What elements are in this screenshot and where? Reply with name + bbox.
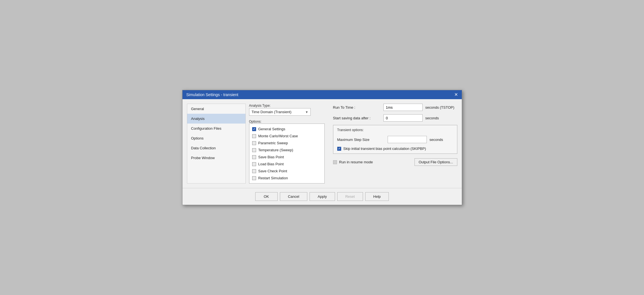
analysis-type-select[interactable]: Time Domain (Transient) [249,108,311,116]
skipbp-row: Skip initial transient bias point calcul… [337,147,453,151]
max-step-size-unit: seconds [430,138,443,142]
resume-left: Run in resume mode [333,160,373,164]
checkbox-resume[interactable] [333,160,337,164]
option-label-save-bias-point: Save Bias Point [258,155,284,159]
main-content: Analysis Type: Time Domain (Transient) ▼… [249,104,457,183]
option-parametric-sweep: Parametric Sweep [249,140,324,147]
sidebar-item-data-collection[interactable]: Data Collection [187,143,245,153]
help-button[interactable]: Help [365,192,389,201]
transient-options-label: Transient options: [337,128,453,132]
cancel-button[interactable]: Cancel [280,192,307,201]
resume-row: Run in resume mode Output File Options..… [333,158,457,166]
simulation-settings-dialog: Simulation Settings - transient ✕ Genera… [182,90,462,205]
checkbox-skipbp[interactable] [337,147,341,151]
option-save-bias-point: Save Bias Point [249,154,324,161]
checkbox-load-bias-point[interactable] [252,162,256,166]
option-general-settings: General Settings [249,126,324,133]
start-saving-label: Start saving data after : [333,116,381,120]
run-to-time-row: Run To Time : seconds (TSTOP) [333,104,457,111]
sidebar-item-configuration-files[interactable]: Configuration Files [187,124,245,133]
close-button[interactable]: ✕ [454,92,458,97]
option-label-general-settings: General Settings [258,127,285,131]
run-to-time-unit: seconds (TSTOP) [425,105,455,110]
option-temperature-sweep: Temperature (Sweep) [249,147,324,154]
options-label: Options: [249,120,327,124]
settings-panel: Run To Time : seconds (TSTOP) Start savi… [333,104,457,183]
analysis-type-label: Analysis Type: [249,104,327,108]
transient-options-group: Transient options: Maximum Step Size sec… [333,125,457,154]
option-load-bias-point: Load Bias Point [249,161,324,168]
resume-label: Run in resume mode [339,160,373,164]
option-monte-carlo: Monte Carlo/Worst Case [249,133,324,140]
analysis-panel: Analysis Type: Time Domain (Transient) ▼… [249,104,327,183]
sidebar: General Analysis Configuration Files Opt… [187,104,246,183]
top-section: Analysis Type: Time Domain (Transient) ▼… [249,104,457,183]
option-label-monte-carlo: Monte Carlo/Worst Case [258,134,298,138]
run-to-time-label: Run To Time : [333,105,381,110]
option-save-check-point: Save Check Point [249,168,324,175]
checkbox-save-check-point[interactable] [252,169,256,173]
start-saving-unit: seconds [425,116,439,120]
option-restart-simulation: Restart Simulation [249,175,324,182]
analysis-type-select-wrapper: Time Domain (Transient) ▼ [249,108,311,116]
dialog-footer: OK Cancel Apply Reset Help [182,188,462,205]
start-saving-input[interactable] [383,114,423,122]
dialog-title: Simulation Settings - transient [186,92,238,97]
apply-button[interactable]: Apply [310,192,335,201]
ok-button[interactable]: OK [255,192,278,201]
sidebar-item-general[interactable]: General [187,104,245,114]
checkbox-save-bias-point[interactable] [252,155,256,159]
option-label-parametric-sweep: Parametric Sweep [258,141,288,145]
option-label-save-check-point: Save Check Point [258,169,287,173]
max-step-size-label: Maximum Step Size [337,138,385,142]
option-label-restart-simulation: Restart Simulation [258,176,288,180]
checkbox-temperature-sweep[interactable] [252,148,256,152]
start-saving-row: Start saving data after : seconds [333,114,457,122]
option-label-temperature-sweep: Temperature (Sweep) [258,148,293,152]
reset-button[interactable]: Reset [337,192,363,201]
checkbox-monte-carlo[interactable] [252,134,256,138]
checkbox-restart-simulation[interactable] [252,176,256,180]
title-bar: Simulation Settings - transient ✕ [182,90,462,99]
dialog-body: General Analysis Configuration Files Opt… [182,99,462,188]
options-list: General Settings Monte Carlo/Worst Case … [249,124,325,183]
checkbox-general-settings[interactable] [252,127,256,131]
max-step-size-row: Maximum Step Size seconds [337,136,453,143]
output-file-options-button[interactable]: Output File Options... [414,158,457,166]
max-step-size-input[interactable] [388,136,427,143]
run-to-time-input[interactable] [383,104,423,111]
sidebar-item-probe-window[interactable]: Probe Window [187,153,245,163]
sidebar-item-options[interactable]: Options [187,133,245,143]
sidebar-item-analysis[interactable]: Analysis [187,114,245,124]
checkbox-parametric-sweep[interactable] [252,141,256,145]
option-label-load-bias-point: Load Bias Point [258,162,284,166]
skipbp-label: Skip initial transient bias point calcul… [343,147,426,151]
